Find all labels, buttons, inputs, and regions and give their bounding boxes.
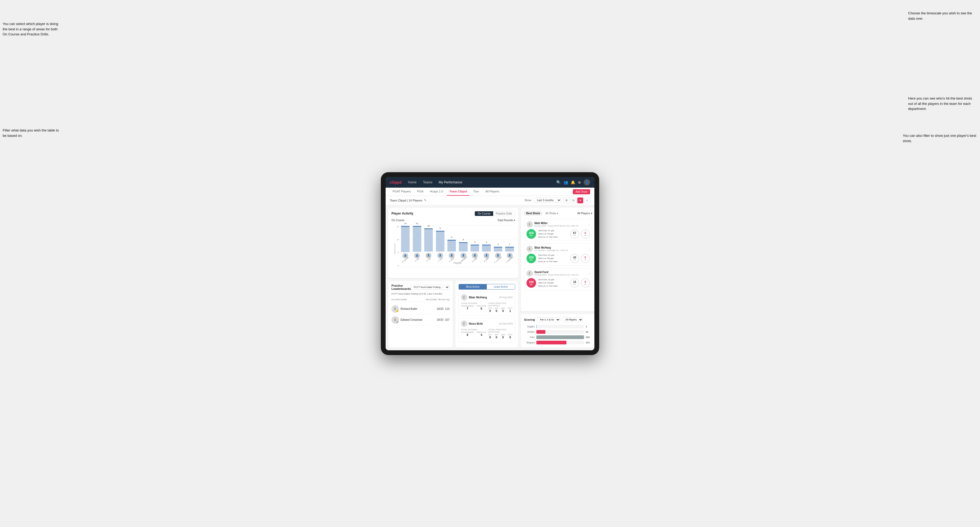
y-label-0: 0 — [391, 265, 399, 267]
shots-toggle: Best Shots All Shots ▾ — [524, 211, 560, 216]
team-title-text: Team Clippd | 14 Players — [390, 199, 422, 202]
blair-practice-activities: Total Practice Activities GTT 0 APP — [488, 302, 512, 313]
david-shot-text: Shot Dist: 16 ydsStart Lie: RoughEnd Lie… — [538, 278, 568, 288]
blair-stat2: 0 yds — [581, 254, 590, 263]
blair-date: 26 Aug 2023 — [499, 296, 513, 298]
active-player-rees: 🏌️ Rees Britt 02 Sep 2023 Total Rounds — [458, 318, 515, 342]
active-toggle: Most Active Least Active — [458, 284, 515, 290]
least-active-button[interactable]: Least Active — [487, 284, 515, 289]
view-grid6-button[interactable]: ⊟ — [570, 197, 576, 203]
scoring-label-bogeys: Bogeys — [524, 341, 535, 344]
scoring-count-birdies: 96 — [585, 330, 592, 333]
active-player-name-blair: 🏌️ Blair McHarg — [461, 294, 487, 300]
bar-group: 3👤M. Miller — [481, 226, 492, 260]
nav-link-performance[interactable]: My Performance — [438, 180, 463, 185]
matt-stat1: 67 yds — [570, 229, 579, 238]
edit-icon[interactable]: ✎ — [424, 198, 426, 202]
bell-icon[interactable]: 🔔 — [571, 180, 575, 184]
blair-shot-avatar: 🏌️ — [527, 246, 533, 252]
bar: 13 — [401, 226, 410, 252]
scoring-row-bogeys: Bogeys 315 — [524, 341, 592, 344]
annotation-middle-right: Here you can see who's hit the best shot… — [908, 96, 977, 111]
users-icon[interactable]: 👥 — [563, 180, 568, 184]
tablet-screen: clippd Home Teams My Performance 🔍 👥 🔔 ⊕… — [386, 177, 594, 350]
x-axis-label: Players — [400, 262, 515, 264]
leaderboard-dropdown[interactable]: PUTT Must Make Putting ... — [411, 285, 450, 290]
view-heart-button[interactable]: ♥ — [578, 197, 583, 203]
blair-putt: PUTT 1 — [508, 307, 513, 313]
blair-shot-info: Blair McHarg 23 Jul 2023 · Ashridge GC, … — [535, 246, 587, 252]
show-select[interactable]: Last 3 months Last 6 months Last 12 mont… — [534, 198, 562, 203]
plus-circle-icon[interactable]: ⊕ — [578, 180, 581, 184]
view-list-button[interactable]: ≡ — [584, 197, 590, 203]
blair-shot-detail: 23 Jul 2023 · Ashridge GC, Hole 15 — [535, 249, 587, 252]
scoring-bar-container-pars — [536, 335, 584, 339]
nav-logo: clippd — [390, 180, 402, 184]
bar: 3 — [482, 244, 490, 252]
matt-stat2: 0 yds — [581, 229, 590, 238]
search-icon[interactable]: 🔍 — [556, 180, 561, 184]
nav-link-teams[interactable]: Teams — [422, 180, 433, 185]
blair-rounds-title: Total Rounds — [461, 302, 486, 305]
practice-leaderboards-card: Practice Leaderboards PUTT Must Make Put… — [388, 281, 453, 348]
bar-group: 2👤L. Robertson — [504, 226, 515, 260]
sub-nav-right: Add Team — [573, 189, 590, 194]
all-shots-tab[interactable]: All Shots ▾ — [543, 211, 560, 216]
blair-practice-values: GTT 0 APP 0 ARG — [488, 307, 512, 313]
scoring-bar-bogeys — [536, 341, 566, 344]
nav-icons: 🔍 👥 🔔 ⊕ 👤 — [556, 179, 590, 186]
nav-link-home[interactable]: Home — [407, 180, 418, 185]
user-avatar[interactable]: 👤 — [584, 179, 590, 186]
tab-tour[interactable]: Tour — [471, 187, 482, 195]
team-header-right: Show: Last 3 months Last 6 months Last 1… — [524, 197, 590, 203]
david-chevron-icon: › — [589, 271, 590, 275]
tab-hcaps[interactable]: Hcaps 1-5 — [427, 187, 446, 195]
blair-practice-title: Total Practice Activities — [488, 302, 512, 307]
tab-pga[interactable]: PGA — [415, 187, 426, 195]
bar-group: 5👤E. Ebert — [446, 226, 457, 260]
tab-pgat-players[interactable]: PGAT Players — [390, 187, 414, 195]
david-stat2: 0 yds — [581, 278, 590, 287]
scoring-bar-birdies — [536, 330, 546, 334]
scoring-par-dropdown[interactable]: Par 3, 4 & 5s — [537, 317, 560, 322]
david-shot-badge: 198 SG — [527, 278, 536, 288]
shot-card-david[interactable]: 🏌️ David Ford 24 Aug 2023 · Royal North … — [524, 268, 592, 290]
rees-practice-values: GTT 0 APP 0 ARG — [488, 334, 512, 339]
shot-card-blair[interactable]: 🏌️ Blair McHarg 23 Jul 2023 · Ashridge G… — [524, 243, 592, 266]
scoring-header: Scoring Par 3, 4 & 5s All Players — [524, 317, 592, 322]
view-icons: ⊞ ⊟ ♥ ≡ — [563, 197, 590, 203]
blair-chevron-icon: › — [589, 247, 590, 251]
most-active-button[interactable]: Most Active — [459, 284, 487, 289]
tab-team-clippd[interactable]: Team Clippd — [447, 187, 469, 195]
rees-arg: ARG 0 — [501, 334, 505, 339]
david-stat1: 16 yds — [570, 278, 579, 287]
scoring-label-birdies: Birdies — [524, 330, 535, 333]
tab-all-players[interactable]: All Players — [483, 187, 502, 195]
bar: 4 — [459, 242, 467, 252]
left-column: Player Activity On Course Practice Drill… — [388, 208, 518, 348]
shot-card-matt[interactable]: 🏌️ Matt Miller 09 Jan 2023 · Royal North… — [524, 219, 592, 241]
chart-dropdown[interactable]: Total Rounds ▾ — [498, 219, 515, 222]
col-player-name: PLAYER NAME — [391, 298, 425, 301]
chart-area: 0 5 10 15 Total Rounds — [391, 223, 515, 275]
player-activity-card: Player Activity On Course Practice Drill… — [388, 208, 518, 278]
rees-tournament: Tournament 8 — [461, 332, 474, 337]
bar-avatar: 👤 — [449, 252, 455, 259]
blair-app: APP 0 — [495, 307, 498, 313]
scoring-players-dropdown[interactable]: All Players — [562, 317, 583, 322]
scoring-label-eagles: Eagles — [524, 325, 535, 328]
matt-chevron-icon: › — [589, 222, 590, 227]
bar: 9 — [436, 231, 444, 252]
rees-rounds-values: Tournament 8 Practice 4 — [461, 332, 486, 337]
col-pb-avg: PB AVG SQ — [438, 298, 450, 301]
best-shots-tab[interactable]: Best Shots — [524, 211, 542, 216]
blair-tournament: Tournament 7 — [461, 305, 474, 310]
toggle-on-course[interactable]: On Course — [475, 211, 493, 216]
scoring-bar-pars — [536, 335, 584, 339]
add-team-button[interactable]: Add Team — [573, 189, 590, 194]
view-grid4-button[interactable]: ⊞ — [563, 197, 570, 203]
toggle-practice-drills[interactable]: Practice Drills — [493, 211, 515, 216]
all-players-dropdown[interactable]: All Players ▾ — [578, 212, 592, 215]
tablet-frame: clippd Home Teams My Performance 🔍 👥 🔔 ⊕… — [381, 172, 599, 355]
matt-shot-details: 200 SG Shot Dist: 67 ydsStart Lie: Rough… — [527, 229, 590, 239]
